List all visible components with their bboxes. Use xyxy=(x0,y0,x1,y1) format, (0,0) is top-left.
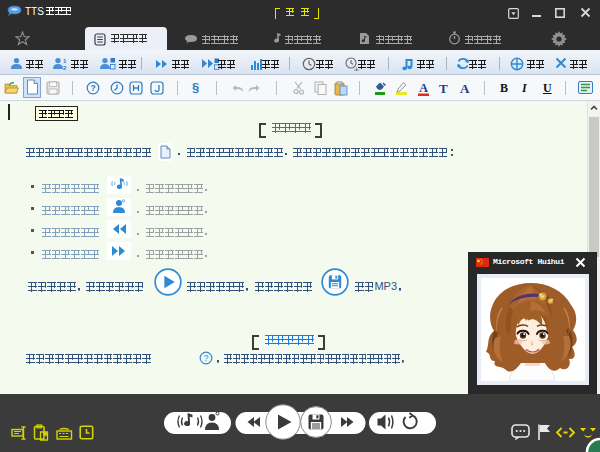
svg-text:?: ? xyxy=(90,83,95,93)
svg-text:A: A xyxy=(419,81,428,95)
svg-text:?: ? xyxy=(203,353,208,363)
svg-text:2: 2 xyxy=(63,65,67,70)
svg-text:1: 1 xyxy=(63,58,67,64)
